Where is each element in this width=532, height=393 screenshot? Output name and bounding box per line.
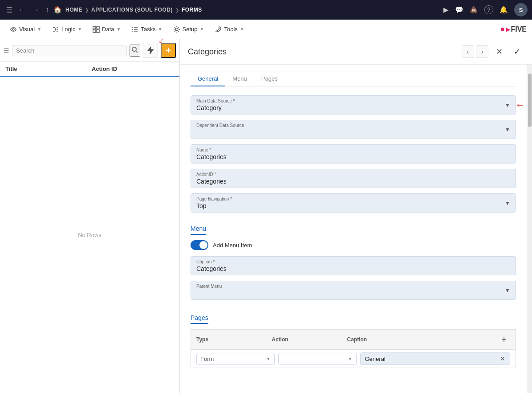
tab-pages[interactable]: Pages — [254, 72, 285, 86]
action-id-group[interactable]: ActionID * Categories — [191, 169, 516, 188]
svg-rect-3 — [97, 26, 99, 29]
page-navigation-arrow: ▼ — [505, 200, 510, 206]
pages-row: Form ▼ ▼ General ✕ — [191, 350, 516, 368]
speech-icon[interactable]: 💩 — [470, 6, 478, 14]
close-panel-button[interactable]: ✕ — [492, 45, 506, 59]
forward-icon[interactable]: → — [30, 4, 41, 16]
top-nav: ☰ ← → ↑ 🏠 HOME ❯ APPLICATIONS (SOUL FOOD… — [0, 0, 532, 20]
eye-icon — [10, 26, 17, 33]
svg-point-7 — [132, 47, 136, 51]
nav-setup[interactable]: Setup ▼ — [169, 23, 209, 36]
pages-col-type: Type — [196, 336, 272, 343]
filter-icon[interactable]: ☰ — [4, 47, 9, 54]
name-label: Name * — [196, 147, 510, 152]
svg-rect-5 — [97, 30, 99, 33]
scrollbar-thumb[interactable] — [528, 74, 532, 127]
nav-visual[interactable]: Visual ▼ — [5, 23, 46, 36]
panel-next-btn[interactable]: › — [476, 45, 488, 58]
main-data-source-group[interactable]: Main Data Source * Category ▼ — [191, 95, 516, 115]
name-value: Categories — [196, 153, 510, 160]
breadcrumb-forms[interactable]: FORMS — [182, 7, 202, 13]
back-icon[interactable]: ← — [17, 4, 28, 16]
pages-table-header: Type Action Caption + — [191, 329, 516, 350]
breadcrumb: 🏠 HOME ❯ APPLICATIONS (SOUL FOOD) ❯ FORM… — [53, 6, 441, 14]
main-data-source-arrow: ▼ — [505, 102, 510, 108]
parent-menu-group[interactable]: Parent Menu ▼ — [191, 281, 516, 300]
parent-menu-arrow: ▼ — [505, 287, 510, 294]
help-icon[interactable]: ? — [484, 5, 493, 14]
parent-menu-label: Parent Menu — [196, 284, 222, 289]
svg-rect-2 — [93, 26, 96, 29]
menu-section: Menu Add Menu Item Caption * Categories — [191, 218, 516, 300]
pages-section-label: Pages — [191, 314, 208, 324]
scrollbar[interactable] — [527, 65, 532, 393]
top-nav-actions: ▶ 💬 💩 ? 🔔 S — [443, 3, 528, 16]
tab-general[interactable]: General — [191, 72, 225, 86]
second-nav: Visual ▼ Logic ▼ Data ▼ Tasks ▼ — [0, 20, 532, 39]
svg-line-8 — [136, 51, 138, 53]
dependent-data-source-field: Dependent Data Source ▼ — [191, 120, 516, 139]
avatar[interactable]: S — [514, 3, 528, 16]
panel-nav: ‹ › — [462, 45, 488, 58]
main-data-source-field: Main Data Source * Category ▼ ← — [191, 95, 516, 115]
main-data-source-value: Category — [196, 104, 235, 111]
confirm-panel-button[interactable]: ✓ — [510, 45, 524, 59]
parent-menu-value — [196, 290, 222, 297]
toggle-label: Add Menu Item — [213, 242, 252, 249]
grid-icon — [93, 26, 100, 33]
nav-data[interactable]: Data ▼ — [88, 23, 125, 36]
panel-title: Categories — [188, 47, 227, 57]
bell-icon[interactable]: 🔔 — [500, 6, 508, 14]
caption-label: Caption * — [196, 259, 510, 264]
dependent-data-source-group[interactable]: Dependent Data Source ▼ — [191, 120, 516, 139]
gear-icon — [173, 26, 180, 33]
page-navigation-group[interactable]: Page Navigation * Top ▼ — [191, 193, 516, 213]
chat-icon[interactable]: 💬 — [455, 6, 463, 14]
arrow-annotation-datasource: ← — [515, 99, 525, 111]
pages-add-button[interactable]: + — [498, 333, 510, 346]
breadcrumb-app[interactable]: APPLICATIONS (SOUL FOOD) — [91, 7, 173, 13]
left-panel: ☰ ↓ + Title — [0, 39, 180, 393]
nav-tools[interactable]: Tools ▼ — [210, 23, 248, 36]
pages-type-select[interactable]: Form ▼ — [196, 353, 275, 365]
add-menu-toggle[interactable] — [191, 240, 208, 250]
tabs: General Menu Pages — [191, 72, 516, 86]
pages-col-caption: Caption — [347, 336, 498, 343]
search-bar: ☰ ↓ + — [0, 39, 179, 62]
tab-menu[interactable]: Menu — [225, 72, 254, 86]
search-button[interactable] — [130, 45, 140, 57]
name-field: Name * Categories — [191, 144, 516, 164]
caption-group[interactable]: Caption * Categories — [191, 256, 516, 275]
caption-field: Caption * Categories — [191, 256, 516, 275]
play-icon[interactable]: ▶ — [443, 6, 449, 14]
menu-section-label: Menu — [191, 225, 206, 235]
pages-action-select[interactable]: ▼ — [278, 353, 357, 365]
col-action-id: Action ID — [88, 66, 174, 72]
page-navigation-value: Top — [196, 202, 232, 209]
flash-btn-wrap: ↓ — [143, 43, 158, 58]
svg-point-0 — [11, 28, 16, 31]
search-input[interactable] — [16, 47, 123, 54]
main-layout: ☰ ↓ + Title — [0, 39, 532, 393]
general-section: Main Data Source * Category ▼ ← — [191, 95, 516, 213]
caption-value: Categories — [196, 265, 510, 272]
logic-icon — [52, 26, 59, 33]
pages-caption-value[interactable]: General ✕ — [360, 352, 511, 365]
nav-logo: ● ▸ FIVE — [500, 25, 527, 34]
no-rows-message: No Rows — [0, 77, 179, 393]
up-icon[interactable]: ↑ — [44, 4, 51, 16]
tools-icon — [215, 26, 222, 33]
panel-prev-btn[interactable]: ‹ — [462, 45, 474, 58]
add-button[interactable]: + — [161, 43, 176, 58]
action-id-value: Categories — [196, 178, 510, 185]
add-menu-item-row: Add Menu Item — [191, 240, 516, 250]
pages-section: Pages Type Action Caption + Form ▼ — [191, 307, 516, 368]
caption-clear-btn[interactable]: ✕ — [500, 355, 505, 362]
nav-logic[interactable]: Logic ▼ — [48, 23, 86, 36]
name-group[interactable]: Name * Categories — [191, 144, 516, 164]
breadcrumb-home[interactable]: HOME — [65, 7, 82, 13]
hamburger-icon[interactable]: ☰ — [4, 4, 14, 16]
nav-tasks[interactable]: Tasks ▼ — [127, 23, 167, 36]
flash-button[interactable] — [143, 43, 158, 58]
right-panel: Categories ‹ › ✕ ✓ General Menu Pages — [180, 39, 532, 393]
